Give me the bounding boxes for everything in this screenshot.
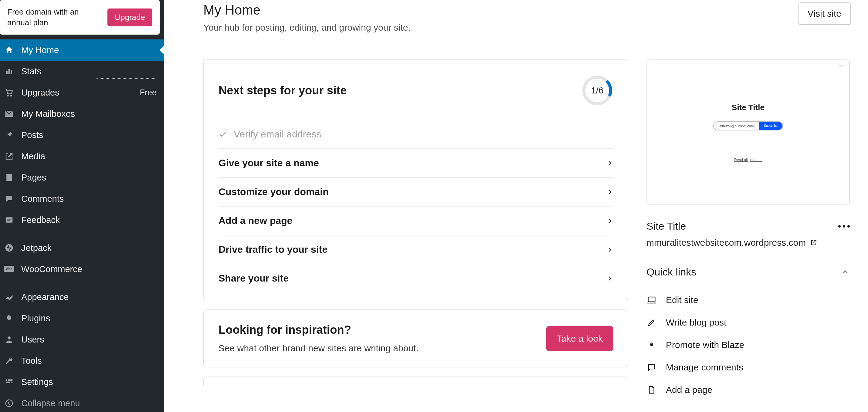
svg-point-20: [6, 400, 13, 407]
check-icon: [219, 130, 227, 139]
take-a-look-button[interactable]: Take a look: [546, 326, 613, 351]
sidebar-item-collapse[interactable]: Collapse menu: [0, 392, 164, 412]
cart-icon: [4, 87, 14, 98]
step-site-name[interactable]: Give your site a name: [219, 149, 613, 178]
sidebar-item-posts[interactable]: Posts: [0, 124, 164, 146]
sidebar-item-pages[interactable]: Pages: [0, 167, 164, 188]
sidebar-item-label: Settings: [21, 377, 53, 387]
partial-card: [203, 377, 628, 386]
visit-site-button[interactable]: Visit site: [798, 2, 851, 25]
page-icon: [646, 385, 657, 395]
sidebar-item-woocommerce[interactable]: Woo WooCommerce: [0, 258, 164, 280]
page-title: My Home: [203, 2, 411, 18]
sidebar-item-label: My Mailboxes: [21, 109, 75, 119]
comment-icon: [4, 193, 14, 204]
quick-link-comments[interactable]: Manage comments: [646, 356, 850, 379]
inspiration-card: Looking for inspiration? See what other …: [203, 310, 628, 368]
page-header: My Home Your hub for posting, editing, a…: [203, 2, 851, 33]
site-preview[interactable]: ═ Site Title mmurali@hubspot.com Subscri…: [646, 60, 850, 205]
home-icon: [4, 44, 14, 56]
svg-rect-16: [6, 379, 13, 381]
sidebar-item-settings[interactable]: Settings: [0, 371, 164, 392]
sidebar-item-label: Pages: [21, 172, 46, 183]
svg-rect-23: [648, 297, 655, 302]
settings-icon: [4, 377, 14, 387]
svg-rect-9: [6, 217, 13, 223]
site-title-row: Site Title: [646, 220, 850, 232]
jetpack-icon: [4, 243, 14, 253]
site-url-link[interactable]: mmuralitestwebsitecom.wordpress.com: [646, 237, 850, 248]
dot-icon: [843, 225, 845, 227]
chevron-right-icon: [607, 189, 613, 195]
quick-link-edit-site[interactable]: Edit site: [646, 289, 850, 311]
site-more-menu[interactable]: [838, 225, 850, 227]
upsell-banner: Free domain with an annual plan Upgrade: [0, 0, 160, 35]
svg-rect-0: [6, 71, 8, 74]
sidebar-item-label: Collapse menu: [21, 398, 80, 408]
inspiration-subtitle: See what other brand new sites are writi…: [219, 343, 418, 353]
bar-chart-icon: [4, 66, 14, 77]
sidebar-item-label: Appearance: [21, 292, 69, 302]
step-customize-domain[interactable]: Customize your domain: [219, 178, 613, 207]
users-icon: [4, 334, 14, 345]
svg-rect-18: [7, 379, 8, 381]
sidebar-item-mailboxes[interactable]: My Mailboxes: [0, 103, 164, 124]
upgrade-button[interactable]: Upgrade: [107, 8, 152, 26]
sidebar-item-users[interactable]: Users: [0, 329, 164, 350]
sidebar-item-tools[interactable]: Tools: [0, 350, 164, 371]
pencil-icon: [646, 317, 657, 328]
preview-subscribe-form: mmurali@hubspot.com Subscribe: [713, 121, 783, 130]
quick-link-label: Manage comments: [666, 362, 743, 373]
sidebar-item-media[interactable]: Media: [0, 146, 164, 167]
svg-point-12: [5, 244, 13, 252]
comment-icon: [646, 362, 657, 373]
svg-rect-8: [6, 174, 12, 181]
dot-icon: [838, 225, 841, 227]
step-label: Give your site a name: [219, 157, 319, 169]
woocommerce-icon: Woo: [4, 264, 14, 275]
sidebar-item-label: Plugins: [21, 313, 50, 323]
quick-link-label: Add a page: [666, 385, 712, 395]
quick-link-add-page[interactable]: Add a page: [646, 379, 850, 401]
svg-rect-19: [10, 381, 11, 384]
sidebar-separator: [0, 280, 164, 286]
sidebar-item-feedback[interactable]: Feedback: [0, 209, 164, 230]
collapse-icon: [4, 398, 14, 409]
quick-links-list: Edit site Write blog post Promote with B…: [646, 289, 850, 401]
sidebar-item-label: Tools: [21, 356, 42, 366]
sidebar-item-label: Posts: [21, 130, 43, 140]
quick-link-write-post[interactable]: Write blog post: [646, 311, 850, 334]
plugin-icon: [4, 313, 14, 324]
quick-links-header[interactable]: Quick links: [646, 266, 850, 278]
sidebar-nav: My Home Stats Upgrades Free My Mailboxe: [0, 39, 164, 412]
chevron-right-icon: [607, 275, 613, 282]
external-link-icon: [810, 239, 817, 246]
sidebar-item-appearance[interactable]: Appearance: [0, 286, 164, 308]
site-url-text: mmuralitestwebsitecom.wordpress.com: [646, 237, 806, 248]
step-add-page[interactable]: Add a new page: [219, 207, 613, 235]
sidebar-item-label: Media: [21, 151, 45, 161]
quick-link-promote[interactable]: Promote with Blaze: [646, 334, 850, 356]
svg-rect-17: [6, 382, 13, 383]
sidebar-item-label: Comments: [21, 194, 64, 204]
step-verify-email[interactable]: Verify email address: [219, 120, 613, 149]
sidebar-item-upgrades[interactable]: Upgrades Free: [0, 82, 164, 103]
sidebar-item-label: Upgrades: [21, 88, 60, 98]
sidebar-item-label: Feedback: [21, 215, 60, 225]
step-drive-traffic[interactable]: Drive traffic to your site: [219, 235, 613, 264]
step-share-site[interactable]: Share your site: [219, 264, 613, 285]
sidebar-item-stats[interactable]: Stats: [0, 61, 164, 82]
svg-point-15: [8, 337, 11, 340]
sidebar-item-my-home[interactable]: My Home: [0, 39, 164, 61]
sidebar-item-jetpack[interactable]: Jetpack: [0, 237, 164, 258]
drag-handle-icon[interactable]: ═: [839, 63, 843, 69]
svg-point-3: [7, 95, 8, 96]
media-icon: [4, 151, 14, 162]
sidebar-separator: [0, 230, 164, 237]
dot-icon: [847, 225, 850, 227]
sidebar-item-comments[interactable]: Comments: [0, 188, 164, 209]
sidebar-item-plugins[interactable]: Plugins: [0, 308, 164, 329]
svg-text:Woo: Woo: [6, 267, 12, 271]
appearance-icon: [4, 291, 14, 303]
quick-link-label: Write blog post: [666, 317, 726, 328]
